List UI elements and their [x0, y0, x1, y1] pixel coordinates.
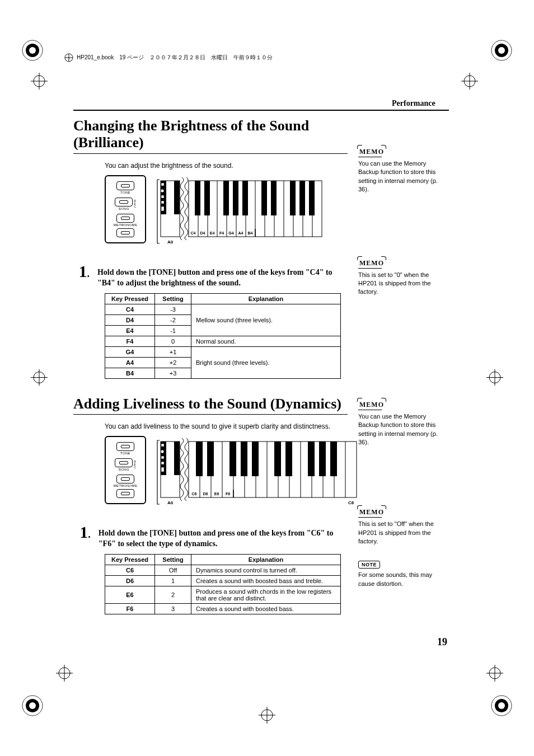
svg-rect-106 — [274, 442, 281, 476]
section1-step-num: 1. — [73, 263, 90, 289]
section2-step-num: 1. — [73, 524, 91, 550]
blank-button-icon-2 — [116, 489, 134, 498]
crop-mark-bottom — [259, 707, 275, 725]
section2-rule — [73, 414, 348, 415]
keyboard-diagram-2: A0 — [149, 436, 368, 510]
section1-step-text: Hold down the [TONE] button and press on… — [97, 263, 348, 289]
svg-rect-66 — [290, 181, 296, 215]
svg-rect-64 — [261, 181, 267, 215]
svg-text:F6: F6 — [226, 492, 230, 496]
svg-text:A0: A0 — [167, 500, 174, 505]
registration-mark-tl — [21, 39, 44, 62]
song-button-icon-2 — [115, 458, 133, 467]
panel-buttons-2: TONE SONG REC METRONOME — [105, 436, 146, 504]
registration-mark-bl — [21, 694, 44, 717]
s1-th-exp: Explanation — [191, 293, 341, 304]
crop-mark-top-inner-left — [31, 73, 48, 91]
metronome-button-icon-2 — [116, 475, 134, 483]
section2-table: Key Pressed Setting Explanation C6OffDyn… — [105, 554, 341, 614]
svg-rect-59 — [195, 181, 200, 215]
book-info-text: HP201_e.book 19 ページ ２００７年２月２８日 水曜日 午前９時１… — [77, 54, 273, 62]
keyboard-diagram-1: A0 — [149, 175, 329, 250]
memo-label: MEMO — [358, 148, 385, 156]
page: HP201_e.book 19 ページ ２００７年２月２８日 水曜日 午前９時１… — [0, 0, 534, 756]
svg-rect-104 — [241, 442, 247, 476]
svg-rect-110 — [330, 442, 337, 476]
svg-rect-43 — [161, 206, 164, 211]
svg-point-81 — [161, 450, 164, 453]
tone-button-label-2: TONE — [120, 452, 130, 455]
svg-point-5 — [498, 47, 505, 54]
book-header: HP201_e.book 19 ページ ２００７年２月２８日 水曜日 午前９時１… — [64, 53, 273, 62]
svg-text:A0: A0 — [167, 240, 174, 245]
metronome-button-label-2: METRONOME — [114, 484, 137, 487]
section2-step: 1. Hold down the [TONE] button and press… — [73, 524, 348, 550]
section2-diagram: TONE SONG REC METRONOME — [105, 436, 348, 510]
tone-button-icon-2 — [116, 442, 134, 451]
svg-rect-108 — [308, 442, 315, 476]
section2-note-text: For some sounds, this may cause distorti… — [358, 571, 448, 588]
book-icon — [64, 53, 73, 62]
note-label: NOTE — [358, 561, 380, 569]
section1-step: 1. Hold down the [TONE] button and press… — [73, 263, 348, 289]
rec-label-2: REC — [134, 461, 136, 469]
section1-memo2-text: This is set to "0" when the HP201 is shi… — [358, 271, 448, 297]
metronome-button-label: METRONOME — [114, 223, 137, 227]
svg-rect-63 — [242, 181, 248, 215]
svg-point-2 — [29, 47, 36, 54]
section2-intro: You can add liveliness to the sound to g… — [105, 422, 348, 430]
song-button-icon — [115, 198, 133, 206]
metronome-button-icon — [116, 214, 134, 223]
svg-text:A4: A4 — [238, 231, 243, 235]
svg-text:C6: C6 — [192, 492, 197, 496]
s1-th-setting: Setting — [155, 293, 191, 304]
svg-text:F4: F4 — [219, 231, 224, 235]
svg-rect-82 — [161, 456, 164, 459]
svg-text:D6: D6 — [203, 492, 208, 496]
svg-rect-84 — [161, 467, 164, 472]
main-content: Changing the Brightness of the Sound (Br… — [73, 118, 348, 631]
keyboard-svg-2: A0 — [149, 436, 368, 509]
svg-rect-39 — [161, 183, 164, 186]
section1-intro: You can adjust the brightness of the sou… — [105, 162, 348, 170]
svg-rect-67 — [299, 181, 305, 215]
registration-mark-tr — [490, 39, 513, 62]
svg-rect-109 — [319, 442, 326, 476]
svg-text:E6: E6 — [214, 492, 219, 496]
section2-step-text: Hold down the [TONE] button and press on… — [99, 524, 348, 550]
crop-mark-left — [31, 369, 48, 387]
memo-label: MEMO — [358, 508, 385, 516]
blank-button-icon — [116, 228, 134, 237]
svg-point-11 — [498, 702, 505, 709]
section1-rule — [73, 153, 348, 154]
section1-diagram: TONE SONG REC METRONOME — [105, 175, 348, 250]
svg-rect-65 — [271, 181, 277, 215]
registration-mark-br — [490, 694, 513, 717]
section2-title: Adding Liveliness to the Sound (Dynamics… — [73, 396, 348, 412]
section2-memo1-text: You can use the Memory Backup function t… — [358, 412, 448, 447]
svg-text:G4: G4 — [228, 231, 233, 235]
svg-point-40 — [161, 189, 164, 192]
crop-mark-bottom-inner-left — [56, 665, 73, 683]
svg-text:B4: B4 — [248, 231, 253, 235]
svg-rect-60 — [204, 181, 210, 215]
svg-rect-101 — [196, 442, 203, 476]
section1-title: Changing the Brightness of the Sound (Br… — [73, 118, 348, 151]
svg-rect-107 — [285, 442, 292, 476]
section1-memo1: MEMO You can use the Memory Backup funct… — [358, 148, 448, 194]
svg-text:D4: D4 — [200, 231, 205, 235]
svg-rect-103 — [229, 442, 236, 476]
s2-th-key: Key Pressed — [105, 555, 155, 565]
panel-buttons: TONE SONG REC METRONOME — [105, 175, 146, 243]
section2-memo2: MEMO This is set to "Off" when the HP201… — [358, 508, 448, 546]
crop-mark-top-inner — [461, 73, 478, 91]
svg-rect-68 — [309, 181, 315, 215]
side-column: MEMO You can use the Memory Backup funct… — [358, 118, 448, 598]
svg-rect-105 — [252, 442, 259, 476]
svg-rect-79 — [174, 442, 180, 475]
svg-rect-42 — [161, 201, 164, 204]
s2-th-exp: Explanation — [191, 555, 341, 565]
crop-mark-right — [486, 369, 503, 387]
section1-memo2: MEMO This is set to "0" when the HP201 i… — [358, 259, 448, 297]
crop-mark-bottom-inner-right — [486, 665, 503, 683]
